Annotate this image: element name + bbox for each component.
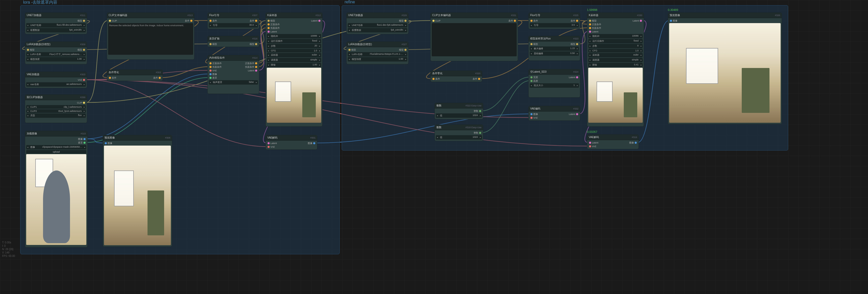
- output-slot[interactable]: 图像: [56, 137, 86, 141]
- arrow-right-icon[interactable]: ▸: [318, 40, 321, 42]
- arrow-right-icon[interactable]: ▸: [318, 59, 321, 61]
- arrow-right-icon[interactable]: ▸: [576, 24, 579, 27]
- arrow-right-icon[interactable]: ▸: [83, 24, 86, 27]
- input-slot[interactable]: 模型: [588, 19, 616, 23]
- arrow-left-icon[interactable]: ◂: [26, 53, 29, 56]
- arrow-right-icon[interactable]: ▸: [640, 64, 643, 66]
- widget[interactable]: ◂图像clipspace/clipspace-mask-23059050…▸: [26, 145, 86, 149]
- node-header[interactable]: 空Latent_SD3#324: [529, 69, 580, 75]
- widget[interactable]: ◂运行后操作fixed▸: [267, 39, 321, 43]
- input-slot[interactable]: 正面条件: [209, 61, 233, 65]
- arrow-right-icon[interactable]: ▸: [318, 54, 321, 56]
- node-n302[interactable]: 条件零化#302条件条件: [107, 69, 163, 81]
- node-n315[interactable]: 加载图像#315图像遮罩◂图像clipspace/clipspace-mask-…: [25, 131, 88, 247]
- arrow-right-icon[interactable]: ▸: [255, 81, 258, 84]
- node-header[interactable]: 整数#318 Easy-Use: [435, 125, 483, 130]
- arrow-left-icon[interactable]: ◂: [348, 53, 351, 56]
- arrow-left-icon[interactable]: ◂: [267, 40, 270, 42]
- preview-image[interactable]: [267, 68, 321, 123]
- arrow-left-icon[interactable]: ◂: [267, 35, 270, 37]
- widget[interactable]: ◂权重数据fp8_e4m3fn▸: [26, 28, 86, 32]
- output-slot[interactable]: 条件: [456, 77, 481, 81]
- arrow-right-icon[interactable]: ▸: [479, 114, 482, 117]
- output-slot[interactable]: 遮罩: [56, 141, 86, 145]
- arrow-left-icon[interactable]: ◂: [26, 58, 29, 60]
- widget[interactable]: ◂CLIP1clip_l.safetensors▸: [26, 105, 86, 109]
- widget[interactable]: ◂运行后操作fixed▸: [588, 39, 643, 43]
- input-slot[interactable]: 负面条件: [588, 26, 616, 30]
- input-slot[interactable]: 宽度: [530, 76, 554, 79]
- arrow-right-icon[interactable]: ▸: [318, 35, 321, 37]
- node-n301[interactable]: VAE解码#301Latent图像VAE: [266, 135, 317, 150]
- widget[interactable]: ◂引导30.0▸: [209, 23, 258, 28]
- node-n323[interactable]: 模型采样算法Flux#323模型模型◂最大偏移1.15▸◂基础偏移0.50▸: [528, 36, 580, 61]
- arrow-left-icon[interactable]: ◂: [588, 59, 591, 61]
- widget[interactable]: ◂调度器simple▸: [267, 58, 321, 62]
- text-input[interactable]: Remove the selected objects from the ima…: [108, 23, 193, 55]
- arrow-left-icon[interactable]: ◂: [588, 35, 591, 37]
- input-slot[interactable]: VAE: [209, 69, 233, 72]
- widget[interactable]: ◂值1024▸: [436, 135, 482, 140]
- input-slot[interactable]: 条件: [108, 76, 135, 80]
- output-slot[interactable]: Latent: [554, 76, 579, 79]
- node-n325[interactable]: Flux引导#325条件条件◂引导3.5▸: [528, 12, 580, 29]
- input-slot[interactable]: Latent: [267, 141, 291, 145]
- widget[interactable]: ◂类型flux▸: [26, 113, 86, 118]
- widget[interactable]: ◂基础偏移0.50▸: [530, 51, 579, 56]
- preview-image[interactable]: [104, 146, 171, 245]
- arrow-right-icon[interactable]: ▸: [404, 53, 407, 56]
- preview-image[interactable]: [669, 23, 781, 123]
- input-slot[interactable]: Latent: [588, 30, 616, 33]
- widget[interactable]: ◂降噪1.00▸: [267, 63, 321, 67]
- input-slot[interactable]: 图像: [209, 72, 233, 76]
- arrow-right-icon[interactable]: ▸: [83, 114, 86, 117]
- arrow-right-icon[interactable]: ▸: [640, 50, 643, 52]
- input-slot[interactable]: 条件: [209, 19, 233, 23]
- output-slot[interactable]: 整数: [459, 131, 482, 135]
- arrow-right-icon[interactable]: ▸: [404, 24, 407, 27]
- arrow-right-icon[interactable]: ▸: [640, 35, 643, 37]
- node-header[interactable]: VAE加载器#303: [25, 72, 87, 77]
- output-slot[interactable]: Latent: [616, 19, 643, 23]
- node-header[interactable]: LoRA加载器(仅模型)#309: [25, 42, 87, 47]
- node-n318[interactable]: 整数#318 Easy-Use整数◂值1024▸: [435, 124, 483, 141]
- node-header[interactable]: CLIP文本编码器#313: [107, 13, 194, 18]
- arrow-right-icon[interactable]: ▸: [83, 110, 86, 112]
- arrow-left-icon[interactable]: ◂: [26, 110, 29, 112]
- output-slot[interactable]: 图像: [291, 141, 316, 145]
- input-slot[interactable]: 遮罩: [209, 76, 233, 80]
- arrow-right-icon[interactable]: ▸: [83, 146, 86, 148]
- node-n322[interactable]: 整数#322 Easy-Use整数◂值1024▸: [435, 103, 483, 119]
- output-slot[interactable]: 条件: [233, 19, 258, 23]
- node-header[interactable]: 条件零化#320: [431, 71, 482, 76]
- output-slot[interactable]: 正面条件: [233, 61, 258, 65]
- node-header[interactable]: UNET加载器#311: [25, 13, 87, 18]
- node-header[interactable]: 预览图像#308: [103, 135, 172, 141]
- widget[interactable]: ◂LoRA名称Flux/alimama-8steps-FLUX.1-…▸: [348, 52, 407, 57]
- node-n316[interactable]: 差异扩散#316模型模型: [208, 36, 259, 47]
- output-slot[interactable]: 条件: [554, 19, 579, 23]
- arrow-left-icon[interactable]: ◂: [588, 50, 591, 52]
- arrow-left-icon[interactable]: ◂: [530, 52, 533, 55]
- node-header[interactable]: CLIP文本编码器#331: [431, 13, 518, 18]
- input-slot[interactable]: VAE: [267, 145, 291, 149]
- node-n331[interactable]: CLIP文本编码器#331CLIP条件: [430, 12, 518, 61]
- arrow-left-icon[interactable]: ◂: [26, 29, 29, 31]
- arrow-right-icon[interactable]: ▸: [640, 54, 643, 56]
- input-slot[interactable]: 负面条件: [267, 26, 294, 30]
- arrow-left-icon[interactable]: ◂: [588, 54, 591, 56]
- node-n326[interactable]: 预览图像#326图像: [668, 12, 782, 124]
- node-header[interactable]: K采样器#312: [266, 13, 322, 18]
- input-slot[interactable]: 高度: [530, 79, 554, 83]
- arrow-right-icon[interactable]: ▸: [576, 48, 579, 50]
- node-header[interactable]: 内补模型条件#314: [208, 55, 259, 61]
- input-slot[interactable]: Latent: [267, 30, 294, 33]
- input-slot[interactable]: 负面条件: [209, 65, 233, 69]
- arrow-left-icon[interactable]: ◂: [209, 81, 212, 84]
- node-header[interactable]: LoRA加载器(仅模型)#327: [347, 42, 408, 47]
- widget[interactable]: ◂模型强度1.00▸: [26, 57, 86, 61]
- output-slot[interactable]: 条件: [151, 19, 193, 23]
- arrow-left-icon[interactable]: ◂: [530, 84, 533, 87]
- node-n307[interactable]: Flux引导#307条件条件◂引导30.0▸: [208, 12, 259, 29]
- node-n312[interactable]: K采样器#312模型Latent正面条件负面条件Latent◂随机种10086▸…: [266, 12, 322, 127]
